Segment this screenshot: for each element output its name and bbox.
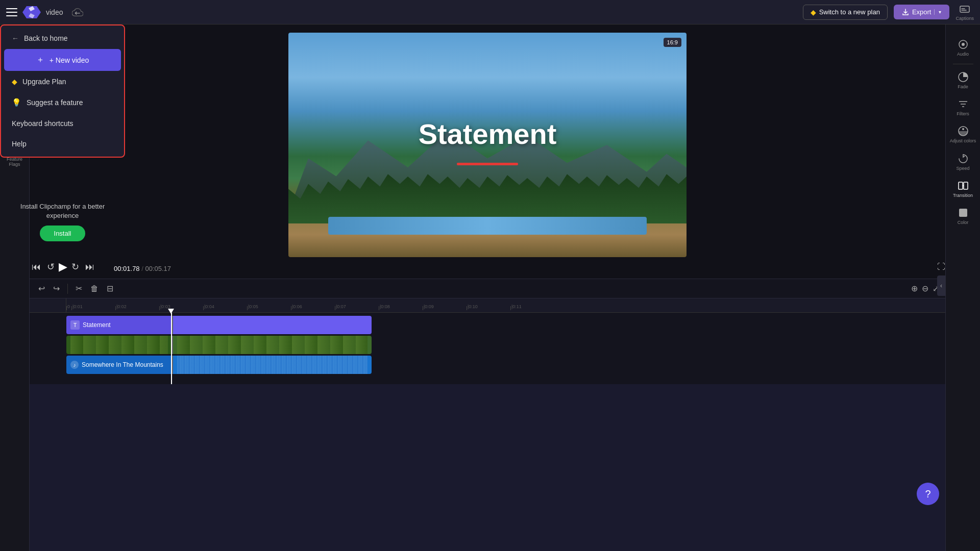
cloud-sync-icon: [72, 7, 83, 18]
install-banner-text: Install Clipchamp for a better experienc…: [8, 202, 117, 220]
right-tool-adjust-colors[interactable]: Adjust colors: [948, 121, 978, 148]
clip-divider-audio: [172, 356, 173, 374]
app-title: video: [46, 8, 63, 16]
skip-to-end-button[interactable]: ⏭: [83, 260, 96, 274]
clip-divider-text: [172, 316, 173, 334]
transition-icon: [958, 180, 969, 191]
timeline-tracks: T Statement: [30, 313, 945, 384]
clip-divider-video: [172, 336, 173, 354]
timeline-section: ↩ ↪ ✂ 🗑 ⊟ ⊕ ⊖ ⤢ 0 |0:01 |0:02: [30, 279, 945, 384]
help-item[interactable]: Help: [4, 134, 121, 154]
play-button[interactable]: ▶: [59, 260, 67, 273]
text-track[interactable]: T Statement: [66, 316, 372, 334]
right-tool-transition[interactable]: Transition: [948, 176, 978, 202]
hamburger-menu-icon[interactable]: [6, 8, 17, 16]
captions-icon: [959, 4, 970, 15]
delete-button[interactable]: 🗑: [88, 283, 101, 295]
audio-clip-label: Somewhere In The Mountains: [82, 361, 163, 368]
adjust-colors-icon: [958, 126, 969, 137]
left-main-area: Statement 16:9 ⏮ ↺ ▶ ↻ ⏭ 00:01.78 / 00:0…: [30, 24, 945, 551]
right-tool-color[interactable]: Color: [948, 203, 978, 229]
diamond-icon: ◆: [811, 8, 816, 16]
color-icon: [958, 207, 969, 218]
export-icon: [902, 9, 909, 16]
trees-overlay: [288, 174, 687, 223]
audio-clip-right[interactable]: [173, 356, 372, 374]
ruler-offset: [30, 298, 66, 312]
install-button[interactable]: Install: [40, 226, 86, 241]
rewind-button[interactable]: ↺: [45, 259, 57, 274]
svg-rect-21: [959, 182, 963, 189]
video-frames-left: [70, 336, 168, 354]
collapse-panel-button[interactable]: ‹: [937, 276, 945, 296]
audio-track[interactable]: ♪ Somewhere In The Mountains: [66, 356, 372, 374]
toolbar-divider: [67, 284, 68, 294]
zoom-out-button[interactable]: ⊖: [922, 284, 928, 293]
svg-rect-22: [964, 182, 968, 189]
right-sidebar: Audio Fade Filters Adjust colors: [945, 24, 980, 551]
export-chevron-icon: ▾: [934, 9, 941, 15]
right-divider-1: [953, 64, 973, 64]
fast-forward-button[interactable]: ↻: [69, 259, 81, 274]
fade-icon: [958, 71, 969, 83]
app-logo: [22, 3, 41, 21]
undo-button[interactable]: ↩: [36, 282, 47, 295]
text-clip-right[interactable]: [173, 316, 372, 334]
playback-controls: ⏮ ↺ ▶ ↻ ⏭ 00:01.78 / 00:05.17 ⛶: [30, 259, 945, 274]
svg-rect-4: [960, 6, 969, 12]
top-bar: video ◆ Switch to a new plan Export ▾ Ca…: [0, 0, 980, 24]
right-tool-speed[interactable]: Speed: [948, 149, 978, 175]
help-fab-button[interactable]: ?: [917, 483, 939, 505]
audio-icon: [958, 39, 969, 50]
top-bar-right: ◆ Switch to a new plan Export ▾ Captions: [803, 4, 974, 21]
video-clip-right[interactable]: [173, 336, 372, 354]
back-to-home-item[interactable]: ← Back to home: [4, 29, 121, 48]
install-banner: Install Clipchamp for a better experienc…: [0, 194, 125, 249]
zoom-in-button[interactable]: ⊕: [911, 284, 918, 293]
video-title-overlay: Statement: [419, 117, 557, 151]
upgrade-plan-button[interactable]: ◆ Switch to a new plan: [803, 5, 888, 20]
svg-point-14: [962, 43, 965, 46]
keyboard-shortcuts-item[interactable]: Keyboard shortcuts: [4, 114, 121, 133]
right-tool-filters[interactable]: Filters: [948, 94, 978, 120]
lightbulb-icon: 💡: [12, 98, 21, 107]
text-clip-label: Statement: [83, 321, 111, 329]
video-title-underline: [457, 163, 518, 165]
aspect-ratio-button[interactable]: 16:9: [664, 38, 681, 47]
captions-button[interactable]: Captions: [955, 4, 974, 21]
split-button[interactable]: ⊟: [104, 282, 116, 295]
fullscreen-button[interactable]: ⛶: [937, 262, 945, 271]
preview-section: Statement 16:9 ⏮ ↺ ▶ ↻ ⏭ 00:01.78 / 00:0…: [30, 24, 945, 279]
filters-icon: [958, 98, 969, 110]
main-layout: ⊞ Graphics Transitions Brand kit Aa en-U…: [0, 24, 980, 551]
river-overlay: [328, 217, 647, 235]
video-track[interactable]: [66, 336, 372, 354]
new-video-item[interactable]: ＋ + New video: [4, 49, 121, 71]
video-clip-left[interactable]: [66, 336, 172, 354]
svg-rect-24: [959, 209, 967, 217]
speed-icon: [958, 153, 969, 164]
top-bar-left: video: [6, 3, 83, 21]
cut-button[interactable]: ✂: [73, 282, 85, 295]
timeline-zoom: ⊕ ⊖ ⤢: [911, 284, 939, 293]
audio-waves: [177, 356, 368, 374]
playhead-line: [171, 313, 172, 384]
svg-point-20: [962, 128, 964, 130]
skip-to-start-button[interactable]: ⏮: [30, 260, 43, 274]
text-clip-left[interactable]: T Statement: [66, 316, 172, 334]
audio-track-icon: ♪: [70, 361, 79, 369]
upgrade-diamond-icon: ◆: [12, 78, 17, 86]
current-time: 00:01.78: [114, 265, 140, 272]
audio-clip-left[interactable]: ♪ Somewhere In The Mountains: [66, 356, 172, 374]
text-track-icon: T: [70, 320, 80, 330]
plus-icon: ＋: [36, 55, 44, 65]
video-preview: Statement: [288, 33, 687, 257]
suggest-feature-item[interactable]: 💡 Suggest a feature: [4, 92, 121, 113]
right-tool-fade[interactable]: Fade: [948, 67, 978, 93]
redo-button[interactable]: ↪: [51, 282, 62, 295]
back-arrow-icon: ←: [12, 34, 19, 42]
video-preview-container: Statement 16:9: [288, 33, 687, 257]
export-button[interactable]: Export ▾: [894, 5, 950, 19]
upgrade-plan-item[interactable]: ◆ Upgrade Plan: [4, 72, 121, 91]
right-tool-audio[interactable]: Audio: [948, 35, 978, 61]
